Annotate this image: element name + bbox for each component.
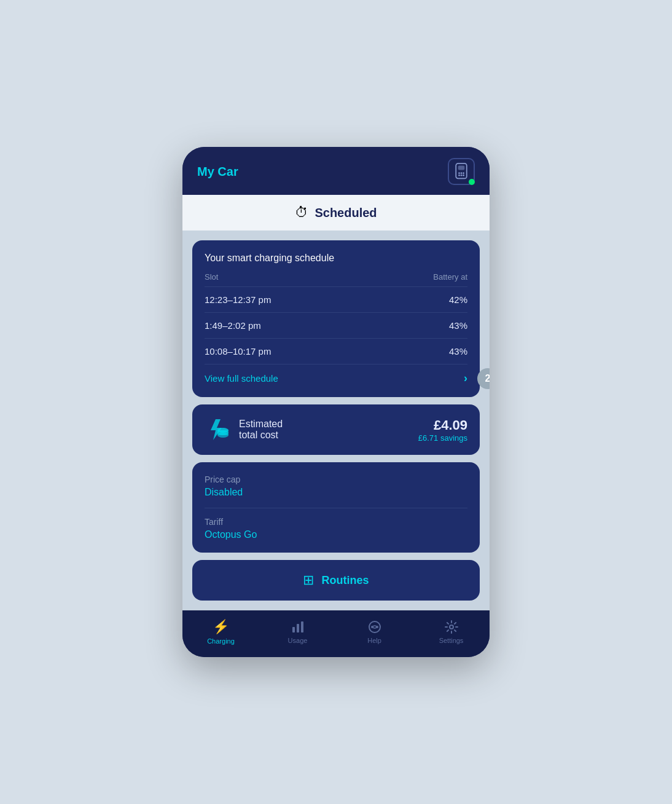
- page-title: My Car: [197, 165, 238, 179]
- svg-point-4: [463, 172, 464, 174]
- charging-nav-icon: ⚡: [213, 619, 229, 635]
- settings-annotation-wrapper: 4 Price cap Disabled Tariff Octopus Go: [192, 462, 480, 553]
- usage-nav-icon: [291, 620, 305, 634]
- routines-icon: ⊞: [303, 572, 314, 588]
- svg-point-2: [458, 172, 460, 174]
- schedule-card: Your smart charging schedule Slot Batter…: [192, 240, 480, 397]
- settings-card: Price cap Disabled Tariff Octopus Go: [192, 462, 480, 553]
- settings-nav-icon: [444, 620, 459, 634]
- cost-label-line2: total cost: [239, 430, 283, 441]
- scheduled-label: Scheduled: [315, 206, 377, 220]
- phone-frame: My Car ⏱ Scheduled 1 Your smart charg: [182, 147, 490, 657]
- charger-device-icon[interactable]: [448, 158, 475, 185]
- settings-nav-label: Settings: [439, 637, 464, 644]
- slot-time-1: 12:23–12:37 pm: [205, 294, 271, 305]
- view-full-schedule-label: View full schedule: [205, 373, 278, 384]
- cost-card: Estimated total cost £4.09 £6.71 savings: [192, 404, 480, 455]
- schedule-row-1: 12:23–12:37 pm 42%: [205, 287, 467, 313]
- schedule-row-3: 10:08–10:17 pm 43%: [205, 339, 467, 365]
- main-content: 1 Your smart charging schedule Slot Batt…: [182, 231, 490, 610]
- annotation-badge-2: 2: [477, 368, 490, 389]
- svg-point-12: [217, 428, 229, 433]
- battery-pct-3: 43%: [449, 346, 467, 357]
- svg-point-5: [458, 175, 460, 176]
- price-cap-value: Disabled: [205, 487, 467, 498]
- schedule-column-headers: Slot Battery at: [205, 272, 467, 287]
- view-full-schedule-button[interactable]: View full schedule ›: [205, 372, 467, 385]
- schedule-row-2: 1:49–2:02 pm 43%: [205, 313, 467, 339]
- cost-left: Estimated total cost: [205, 417, 283, 443]
- chevron-right-icon: ›: [464, 372, 467, 385]
- nav-item-help[interactable]: Help: [336, 620, 413, 644]
- cost-amount: £4.09: [418, 417, 467, 433]
- cost-annotation-wrapper: 3 Estimated total cost: [192, 404, 480, 455]
- help-nav-label: Help: [367, 637, 381, 644]
- settings-divider: [205, 508, 467, 508]
- usage-nav-label: Usage: [288, 637, 308, 644]
- status-indicator: [469, 179, 475, 185]
- routines-label: Routines: [321, 574, 369, 587]
- cost-icon-svg: [205, 417, 230, 443]
- scheduled-icon: ⏱: [295, 205, 308, 221]
- nav-item-usage[interactable]: Usage: [259, 620, 336, 644]
- svg-rect-15: [301, 621, 303, 633]
- svg-point-6: [461, 175, 463, 176]
- bottom-navigation: ⚡ Charging Usage Help: [182, 610, 490, 657]
- header: My Car: [182, 147, 490, 195]
- help-nav-icon: [367, 620, 382, 634]
- slot-time-2: 1:49–2:02 pm: [205, 320, 261, 331]
- nav-item-settings[interactable]: Settings: [413, 620, 490, 644]
- routines-button[interactable]: ⊞ Routines: [192, 560, 480, 601]
- svg-rect-14: [297, 624, 299, 633]
- battery-pct-2: 43%: [449, 320, 467, 331]
- charging-nav-label: Charging: [207, 637, 235, 645]
- view-schedule-annotation: 2 View full schedule ›: [205, 372, 467, 385]
- svg-point-16: [369, 621, 380, 633]
- svg-rect-1: [458, 165, 465, 170]
- tariff-section: Tariff Octopus Go: [205, 517, 467, 540]
- svg-rect-13: [292, 627, 295, 633]
- cost-label-line1: Estimated: [239, 419, 283, 430]
- price-cap-label: Price cap: [205, 475, 467, 484]
- slot-time-3: 10:08–10:17 pm: [205, 346, 271, 357]
- cost-right: £4.09 £6.71 savings: [418, 417, 467, 443]
- schedule-card-title: Your smart charging schedule: [205, 253, 467, 264]
- svg-point-3: [461, 172, 463, 174]
- price-cap-section: Price cap Disabled: [205, 475, 467, 498]
- tariff-value: Octopus Go: [205, 529, 467, 540]
- cost-label: Estimated total cost: [239, 419, 283, 441]
- battery-header: Battery at: [433, 272, 467, 282]
- svg-point-19: [450, 625, 453, 629]
- nav-item-charging[interactable]: ⚡ Charging: [182, 619, 259, 645]
- svg-point-7: [463, 175, 464, 176]
- cost-savings: £6.71 savings: [418, 433, 467, 443]
- battery-pct-1: 42%: [449, 294, 467, 305]
- charger-svg: [453, 163, 470, 180]
- schedule-annotation-wrapper: 1 Your smart charging schedule Slot Batt…: [192, 240, 480, 397]
- tariff-label: Tariff: [205, 517, 467, 527]
- slot-header: Slot: [205, 272, 218, 282]
- scheduled-banner: ⏱ Scheduled: [182, 195, 490, 231]
